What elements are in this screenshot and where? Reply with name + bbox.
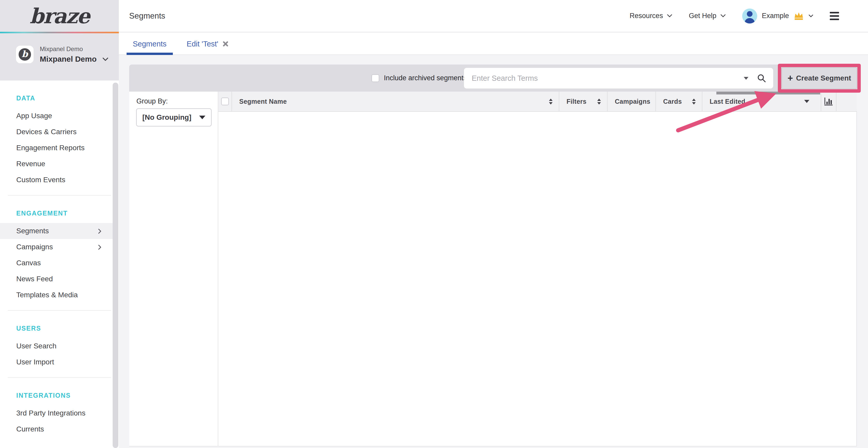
include-archived-checkbox[interactable]: [371, 74, 379, 82]
segments-toolbar: Include archived segments + Create Segme…: [129, 65, 861, 92]
bar-chart-icon: [824, 97, 833, 106]
segments-table-header: Segment Name Filters Campaigns Cards Las…: [218, 92, 857, 112]
column-header-campaigns[interactable]: Campaigns: [607, 92, 655, 111]
search-icon[interactable]: [757, 74, 766, 82]
get-help-menu[interactable]: Get Help: [689, 12, 726, 20]
sidebar-section-engagement: ENGAGEMENTSegments Campaigns CanvasNews …: [0, 196, 119, 311]
group-by-value: [No Grouping]: [142, 113, 191, 122]
braze-logo: braze: [29, 4, 89, 28]
workspace-switcher[interactable]: b Mixpanel Demo Mixpanel Demo: [16, 45, 108, 64]
close-icon[interactable]: [222, 41, 228, 47]
logo-area: braze: [0, 0, 119, 32]
resources-menu[interactable]: Resources: [629, 12, 672, 20]
workspace-company-label: Mixpanel Demo: [40, 55, 97, 64]
sidebar-item-campaigns[interactable]: Campaigns: [0, 239, 113, 255]
user-menu[interactable]: Example: [742, 8, 813, 24]
workspace-app-label: Mixpanel Demo: [40, 45, 108, 53]
sidebar-item-segments[interactable]: Segments: [0, 223, 113, 239]
create-segment-button[interactable]: + Create Segment: [781, 67, 857, 89]
group-by-select[interactable]: [No Grouping]: [136, 108, 212, 127]
tab-edit-test[interactable]: Edit 'Test': [181, 33, 235, 55]
avatar: [742, 8, 757, 24]
segments-table-body: [218, 112, 857, 446]
column-header-segment-name[interactable]: Segment Name: [231, 92, 559, 111]
group-by-label: Group By:: [136, 97, 168, 105]
sidebar-section-title: USERS: [0, 320, 119, 337]
sidebar-item-news-feed[interactable]: News Feed: [0, 271, 113, 287]
sidebar-item-custom-events[interactable]: Custom Events: [0, 172, 113, 188]
b-mark-icon: b: [19, 48, 31, 61]
sidebar-section-users: USERSUser SearchUser Import: [0, 311, 119, 378]
resources-label: Resources: [629, 12, 663, 20]
tab-segments[interactable]: Segments: [127, 33, 173, 55]
search-dropdown-caret-icon[interactable]: [744, 77, 748, 80]
person-icon: [742, 8, 757, 24]
create-segment-label: Create Segment: [796, 74, 851, 82]
sidebar-section-data: DATAApp UsageDevices & CarriersEngagemen…: [0, 80, 119, 196]
sidebar: braze b Mixpanel Demo Mixpanel Demo DATA…: [0, 0, 119, 448]
brand-gradient-divider: [0, 32, 119, 33]
select-all-checkbox[interactable]: [221, 98, 229, 105]
tab-edit-test-label: Edit 'Test': [187, 40, 218, 48]
hamburger-menu-icon[interactable]: [830, 12, 839, 20]
chevron-right-icon: [98, 244, 101, 250]
page-title: Segments: [129, 11, 165, 21]
tabbar: Segments Edit 'Test': [119, 33, 868, 55]
crown-icon: [794, 12, 804, 20]
group-by-panel: Group By: [No Grouping]: [129, 92, 218, 446]
sidebar-item-user-import[interactable]: User Import: [0, 354, 113, 370]
get-help-label: Get Help: [689, 12, 716, 20]
chevron-down-icon: [809, 14, 813, 18]
topbar: Segments Resources Get Help Example: [119, 0, 868, 32]
sort-icon[interactable]: [549, 99, 553, 105]
sidebar-item-canvas[interactable]: Canvas: [0, 255, 113, 271]
sidebar-section-title: ENGAGEMENT: [0, 205, 119, 221]
include-archived-label: Include archived segments: [384, 74, 467, 82]
search-box: [464, 68, 773, 89]
chevron-down-icon: [720, 14, 726, 18]
sidebar-header: braze b Mixpanel Demo Mixpanel Demo: [0, 0, 119, 80]
sidebar-section-integrations: INTEGRATIONS3rd Party IntegrationsCurren…: [0, 378, 119, 437]
user-name: Example: [762, 12, 789, 20]
sort-icon[interactable]: [597, 99, 601, 105]
horizontal-scrollbar-thumb[interactable]: [716, 92, 820, 95]
chevron-down-icon: [102, 57, 108, 61]
column-header-blank: [836, 92, 857, 111]
sidebar-item-engagement-reports[interactable]: Engagement Reports: [0, 140, 113, 156]
sidebar-section-title: DATA: [0, 90, 119, 106]
workspace-logo-icon: b: [16, 46, 34, 63]
sort-desc-icon[interactable]: [804, 100, 809, 103]
sort-icon[interactable]: [692, 99, 696, 105]
sidebar-item-currents[interactable]: Currents: [0, 421, 113, 437]
column-header-filters[interactable]: Filters: [559, 92, 607, 111]
search-input[interactable]: [471, 74, 735, 83]
column-header-cards[interactable]: Cards: [655, 92, 702, 111]
sidebar-item-user-search[interactable]: User Search: [0, 338, 113, 354]
sidebar-item-devices-carriers[interactable]: Devices & Carriers: [0, 124, 113, 140]
sidebar-scrollbar[interactable]: [113, 82, 118, 448]
tab-segments-label: Segments: [133, 40, 167, 48]
column-header-analytics[interactable]: [821, 92, 836, 111]
select-all-cell: [218, 92, 231, 111]
sidebar-item-templates-media[interactable]: Templates & Media: [0, 287, 113, 303]
sidebar-nav: DATAApp UsageDevices & CarriersEngagemen…: [0, 80, 119, 437]
sidebar-section-title: INTEGRATIONS: [0, 387, 119, 404]
chevron-right-icon: [98, 229, 101, 234]
chevron-down-icon: [667, 14, 672, 18]
sidebar-item-3rd-party-integrations[interactable]: 3rd Party Integrations: [0, 405, 113, 421]
column-header-last-edited[interactable]: Last Edited: [702, 92, 821, 111]
sidebar-item-app-usage[interactable]: App Usage: [0, 108, 113, 124]
plus-icon: +: [787, 74, 793, 83]
sidebar-item-revenue[interactable]: Revenue: [0, 156, 113, 172]
chevron-down-icon: [199, 115, 206, 119]
